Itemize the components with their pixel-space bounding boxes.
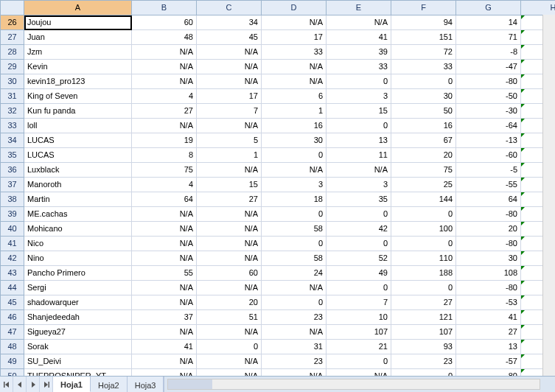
cell[interactable]: 0 bbox=[327, 119, 391, 133]
tab-nav-prev-icon[interactable] bbox=[13, 377, 27, 392]
row-header[interactable]: 31 bbox=[1, 89, 24, 104]
cell[interactable]: 23 bbox=[262, 354, 327, 369]
cell[interactable]: N/A bbox=[197, 325, 262, 340]
cell[interactable]: 4 bbox=[132, 178, 197, 192]
sheet-tab-3[interactable]: Hoja3 bbox=[128, 377, 164, 392]
cell[interactable]: N/A bbox=[197, 354, 262, 369]
cell[interactable]: N/A bbox=[327, 369, 391, 377]
cell[interactable]: SU_Deivi bbox=[24, 354, 132, 369]
row-header[interactable]: 28 bbox=[1, 45, 24, 60]
cell[interactable]: 17 bbox=[262, 30, 327, 45]
cell[interactable]: N/A bbox=[262, 74, 327, 89]
cell[interactable]: N/A bbox=[197, 369, 262, 377]
cell[interactable]: 33 bbox=[327, 60, 391, 74]
cell[interactable]: Juan bbox=[24, 30, 132, 45]
cell[interactable]: -80 bbox=[456, 237, 521, 251]
cell[interactable]: 60 bbox=[132, 15, 197, 30]
cell[interactable]: N/A bbox=[132, 60, 197, 74]
cell[interactable]: 23 bbox=[262, 310, 327, 325]
cell[interactable]: -60 bbox=[456, 148, 521, 163]
cell[interactable]: 27 bbox=[197, 192, 262, 207]
cell[interactable]: 6 bbox=[262, 89, 327, 104]
cell[interactable]: N/A bbox=[132, 369, 197, 377]
cell[interactable]: -53 bbox=[456, 295, 521, 310]
cell[interactable]: 64 bbox=[456, 192, 521, 207]
cell[interactable]: 27 bbox=[456, 325, 521, 340]
row-header[interactable]: 50 bbox=[1, 369, 24, 377]
cell[interactable]: Manoroth bbox=[24, 178, 132, 192]
cell[interactable]: 3 bbox=[327, 178, 391, 192]
cell[interactable]: 121 bbox=[391, 310, 456, 325]
cell[interactable]: -64 bbox=[456, 119, 521, 133]
vertical-scrollbar[interactable] bbox=[542, 15, 555, 376]
cell[interactable]: 27 bbox=[132, 104, 197, 119]
cell[interactable]: N/A bbox=[132, 295, 197, 310]
cell[interactable]: 16 bbox=[262, 119, 327, 133]
cell[interactable]: -47 bbox=[456, 60, 521, 74]
cell[interactable]: 30 bbox=[391, 89, 456, 104]
horizontal-scrollbar[interactable] bbox=[167, 379, 540, 390]
cell[interactable]: Nino bbox=[24, 251, 132, 266]
row-header[interactable]: 35 bbox=[1, 148, 24, 163]
cell[interactable]: 51 bbox=[197, 310, 262, 325]
cell[interactable]: 0 bbox=[391, 369, 456, 377]
cell[interactable]: N/A bbox=[262, 15, 327, 30]
cell[interactable]: 27 bbox=[391, 295, 456, 310]
cell[interactable]: N/A bbox=[197, 163, 262, 178]
cell[interactable]: N/A bbox=[197, 237, 262, 251]
cell[interactable]: kevin18_pro123 bbox=[24, 74, 132, 89]
cell[interactable]: 0 bbox=[262, 148, 327, 163]
cell[interactable]: 107 bbox=[391, 325, 456, 340]
cell[interactable]: 3 bbox=[262, 178, 327, 192]
cell[interactable]: -13 bbox=[456, 133, 521, 148]
row-header[interactable]: 26 bbox=[1, 15, 24, 30]
cell[interactable]: Sigueya27 bbox=[24, 325, 132, 340]
cell[interactable]: N/A bbox=[132, 325, 197, 340]
cell[interactable]: 1 bbox=[197, 148, 262, 163]
tab-nav-last-icon[interactable] bbox=[40, 377, 53, 392]
row-header[interactable]: 47 bbox=[1, 325, 24, 340]
cell[interactable]: 7 bbox=[197, 104, 262, 119]
cell[interactable]: LUCAS bbox=[24, 133, 132, 148]
cell[interactable]: N/A bbox=[132, 354, 197, 369]
cell[interactable]: N/A bbox=[132, 207, 197, 222]
col-header-B[interactable]: B bbox=[132, 1, 197, 15]
cell[interactable]: Sorak bbox=[24, 340, 132, 354]
cell[interactable]: 0 bbox=[327, 281, 391, 295]
cell[interactable]: N/A bbox=[327, 15, 391, 30]
select-all-corner[interactable] bbox=[1, 1, 24, 15]
cell[interactable]: -55 bbox=[456, 178, 521, 192]
cell[interactable]: N/A bbox=[197, 251, 262, 266]
cell[interactable]: 13 bbox=[456, 340, 521, 354]
cell[interactable]: 188 bbox=[391, 266, 456, 281]
cell[interactable]: 10 bbox=[327, 310, 391, 325]
cell[interactable]: 1 bbox=[262, 104, 327, 119]
cell[interactable]: 35 bbox=[327, 192, 391, 207]
row-header[interactable]: 42 bbox=[1, 251, 24, 266]
cell[interactable]: ME.cachas bbox=[24, 207, 132, 222]
row-header[interactable]: 33 bbox=[1, 119, 24, 133]
cell[interactable]: 19 bbox=[132, 133, 197, 148]
cell[interactable]: 75 bbox=[132, 163, 197, 178]
cell[interactable]: 49 bbox=[327, 266, 391, 281]
cell[interactable]: 41 bbox=[132, 340, 197, 354]
cell[interactable]: 58 bbox=[262, 222, 327, 237]
cell[interactable]: 64 bbox=[132, 192, 197, 207]
cell[interactable]: 75 bbox=[391, 163, 456, 178]
cell[interactable]: N/A bbox=[197, 74, 262, 89]
cell[interactable]: loll bbox=[24, 119, 132, 133]
row-header[interactable]: 41 bbox=[1, 237, 24, 251]
row-header[interactable]: 27 bbox=[1, 30, 24, 45]
cell[interactable]: Martin bbox=[24, 192, 132, 207]
cell[interactable]: 3 bbox=[327, 89, 391, 104]
cell[interactable]: 15 bbox=[327, 104, 391, 119]
cell[interactable]: King of Seven bbox=[24, 89, 132, 104]
row-header[interactable]: 37 bbox=[1, 178, 24, 192]
cell[interactable]: Kun fu panda bbox=[24, 104, 132, 119]
cell[interactable]: 34 bbox=[197, 15, 262, 30]
cell[interactable]: N/A bbox=[197, 119, 262, 133]
cell[interactable]: LUCAS bbox=[24, 148, 132, 163]
cell[interactable]: 11 bbox=[327, 148, 391, 163]
cell[interactable]: 31 bbox=[262, 340, 327, 354]
cell[interactable]: N/A bbox=[132, 251, 197, 266]
